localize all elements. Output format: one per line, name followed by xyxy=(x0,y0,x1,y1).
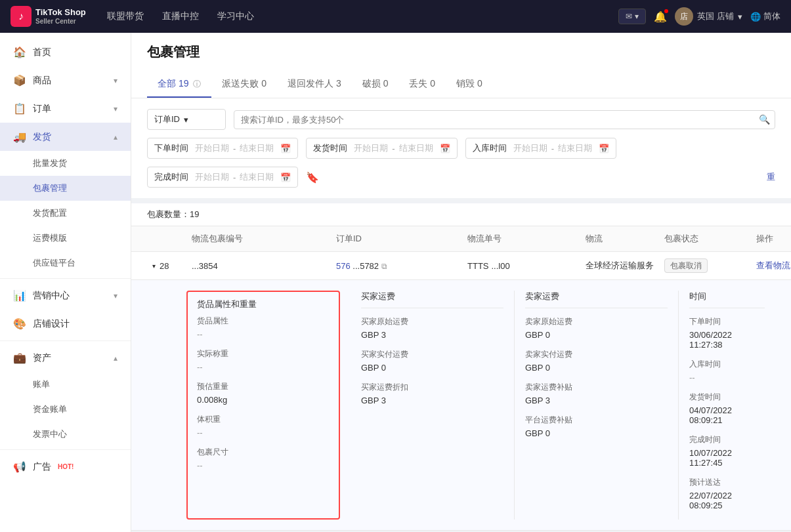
detail-col-seller-shipping: 卖家运费 卖家原始运费 GBP 0 卖家实付运费 GBP 0 卖家运费补贴 xyxy=(515,291,679,520)
search-wrapper: 🔍 xyxy=(234,110,775,129)
status-badge: 包裹取消 xyxy=(664,258,708,273)
copy-icon[interactable]: ⧉ xyxy=(381,262,387,271)
col-status: 包裹状态 xyxy=(659,233,751,245)
table-header: 物流包裹编号 订单ID 物流单号 物流 包裹状态 操作 xyxy=(131,226,791,252)
chevron-down-icon-search: ▾ xyxy=(184,115,188,125)
calendar-icon: 📅 xyxy=(280,144,291,153)
sidebar-item-accounts[interactable]: 账单 xyxy=(0,372,131,397)
chevron-down-icon-2: ▾ xyxy=(114,104,118,113)
sidebar-label-shipping: 发货 xyxy=(33,131,51,143)
sidebar-label-finance: 资金账单 xyxy=(33,404,67,414)
sidebar-item-freight-model[interactable]: 运费模版 xyxy=(0,226,131,251)
expanded-detail: 货品属性和重量 货品属性 -- 实际称重 -- 预估重量 xyxy=(131,279,791,530)
search-input[interactable] xyxy=(234,110,775,129)
complete-time-filter[interactable]: 完成时间 开始日期 - 结束日期 📅 xyxy=(147,167,298,188)
warehouse-time-label: 入库时间 xyxy=(473,142,507,154)
package-count: 包裹数量：19 xyxy=(131,203,791,226)
view-logistics-link[interactable]: 查看物流 xyxy=(756,260,790,270)
sidebar-label-marketing: 营销中心 xyxy=(33,290,70,302)
field-value-ship-time: 04/07/2022 08:09:21 xyxy=(689,405,765,425)
detail-field-warehouse-time: 入库时间 -- xyxy=(689,359,765,382)
complete-time-label: 完成时间 xyxy=(154,171,188,183)
logo[interactable]: ♪ TikTok Shop Seller Center xyxy=(11,6,86,27)
calendar-icon-3: 📅 xyxy=(599,144,609,153)
field-value-order-time: 30/06/2022 11:27:38 xyxy=(689,330,765,350)
sidebar-item-supply-chain[interactable]: 供应链平台 xyxy=(0,251,131,276)
order-start-date: 开始日期 xyxy=(195,142,229,154)
sidebar-divider-2 xyxy=(0,340,131,341)
sidebar-label-orders: 订单 xyxy=(33,103,51,115)
field-label-buyer-original: 买家原始运费 xyxy=(361,316,503,327)
tab-damaged[interactable]: 破损 0 xyxy=(352,72,399,98)
expand-button[interactable]: ▾ 28 xyxy=(152,261,181,271)
detail-field-platform-subsidy: 平台运费补贴 GBP 0 xyxy=(525,415,668,438)
search-type-select[interactable]: 订单ID ▾ xyxy=(147,109,226,130)
col-logistics-no: 物流单号 xyxy=(462,233,580,245)
field-value-product-attr: -- xyxy=(197,329,330,339)
row-number: 28 xyxy=(160,261,169,271)
sidebar-item-home[interactable]: 🏠 首页 xyxy=(0,38,131,66)
chevron-up-icon: ▴ xyxy=(114,133,118,142)
order-id-link[interactable]: 576 xyxy=(336,261,351,271)
detail-field-complete-time: 完成时间 10/07/2022 11:27:45 xyxy=(689,434,765,468)
sidebar-item-assets[interactable]: 💼 资产 ▴ xyxy=(0,344,131,372)
nav-link-affiliate[interactable]: 联盟带货 xyxy=(107,8,144,25)
field-value-est-delivery: 22/07/2022 08:09:25 xyxy=(689,491,765,510)
sidebar-item-marketing[interactable]: 📊 营销中心 ▾ xyxy=(0,281,131,310)
sidebar-item-shipping[interactable]: 🚚 发货 ▴ xyxy=(0,123,131,151)
sidebar-item-products[interactable]: 📦 商品 ▾ xyxy=(0,66,131,94)
top-nav: ♪ TikTok Shop Seller Center 联盟带货 直播中控 学习… xyxy=(0,0,791,33)
reset-button[interactable]: 重 xyxy=(767,171,775,183)
sidebar-item-shipping-config[interactable]: 发货配置 xyxy=(0,201,131,226)
sidebar-item-package-mgmt[interactable]: 包裹管理 xyxy=(0,176,131,201)
field-label-est-weight: 预估重量 xyxy=(197,381,330,392)
nav-link-live[interactable]: 直播中控 xyxy=(162,8,199,25)
detail-col-product: 货品属性和重量 货品属性 -- 实际称重 -- 预估重量 xyxy=(186,291,340,520)
field-label-seller-paid: 卖家实付运费 xyxy=(525,349,668,360)
field-value-seller-paid: GBP 0 xyxy=(525,363,668,373)
ship-start-date: 开始日期 xyxy=(354,142,388,154)
field-value-complete-time: 10/07/2022 11:27:45 xyxy=(689,448,765,468)
cell-action: 查看物流 ↗ xyxy=(751,260,791,272)
store-selector[interactable]: 店 英国 店铺 ▾ xyxy=(675,7,742,26)
message-button[interactable]: ✉ ▾ xyxy=(618,9,646,24)
field-value-platform-subsidy: GBP 0 xyxy=(525,428,668,438)
order-id-suffix: ...5782 xyxy=(353,261,379,271)
page-header: 包裹管理 全部 19 ⓘ 派送失败 0 退回发件人 3 破损 0 xyxy=(131,33,791,98)
sidebar-item-ads[interactable]: 📢 广告 HOT! xyxy=(0,453,131,481)
language-selector[interactable]: 🌐 简体 xyxy=(750,10,780,22)
warehouse-time-filter[interactable]: 入库时间 开始日期 - 结束日期 📅 xyxy=(465,138,616,159)
detail-col-buyer-header: 买家运费 xyxy=(361,291,503,308)
sidebar-item-batch-shipping[interactable]: 批量发货 xyxy=(0,151,131,176)
cell-logistics-no: TTTS ...l00 xyxy=(462,261,580,271)
logo-text: TikTok Shop Seller Center xyxy=(35,7,86,26)
cell-pkg-no: ...3854 xyxy=(186,261,331,271)
sidebar-item-orders[interactable]: 📋 订单 ▾ xyxy=(0,94,131,123)
order-time-filter[interactable]: 下单时间 开始日期 - 结束日期 📅 xyxy=(147,138,298,159)
field-value-buyer-paid: GBP 0 xyxy=(361,363,503,373)
sidebar-item-finance[interactable]: 资金账单 xyxy=(0,397,131,422)
tab-all[interactable]: 全部 19 ⓘ xyxy=(147,72,211,98)
tab-lost[interactable]: 丢失 0 xyxy=(398,72,446,98)
notification-bell[interactable]: 🔔 xyxy=(654,10,667,23)
assets-icon: 💼 xyxy=(13,352,26,364)
sidebar-item-invoice[interactable]: 发票中心 xyxy=(0,422,131,447)
field-value-vol-weight: -- xyxy=(197,428,330,438)
search-icon[interactable]: 🔍 xyxy=(759,114,770,125)
ship-time-filter[interactable]: 发货时间 开始日期 - 结束日期 📅 xyxy=(306,138,457,159)
detail-field-pkg-size: 包裹尺寸 -- xyxy=(197,447,330,470)
order-end-date: 结束日期 xyxy=(240,142,274,154)
ads-icon: 📢 xyxy=(13,460,26,473)
field-label-warehouse-time: 入库时间 xyxy=(689,359,765,370)
cell-status: 包裹取消 xyxy=(659,260,751,272)
warehouse-end-date: 结束日期 xyxy=(558,142,592,154)
tab-destroyed[interactable]: 销毁 0 xyxy=(446,72,493,98)
sidebar-label-supply-chain: 供应链平台 xyxy=(33,258,75,268)
logistics-code: TTTS xyxy=(467,261,489,271)
bookmark-icon[interactable]: 🔖 xyxy=(306,171,319,184)
tab-delivery-fail[interactable]: 派送失败 0 xyxy=(211,72,277,98)
tab-return-sender[interactable]: 退回发件人 3 xyxy=(277,72,352,98)
nav-link-learn[interactable]: 学习中心 xyxy=(217,8,254,25)
sidebar-item-store-design[interactable]: 🎨 店铺设计 xyxy=(0,310,131,338)
col-action: 操作 xyxy=(751,233,791,245)
